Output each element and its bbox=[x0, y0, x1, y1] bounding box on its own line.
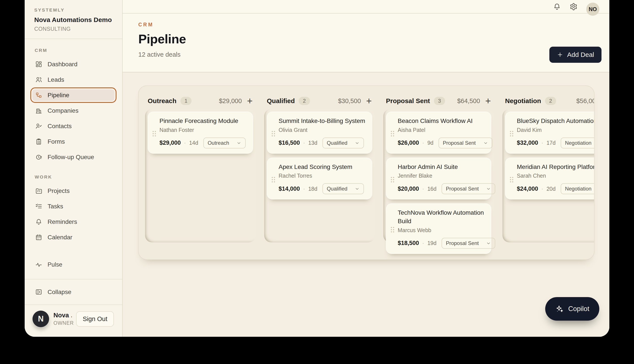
sidebar-item-label: Tasks bbox=[48, 203, 63, 210]
deal-age: 9d bbox=[427, 140, 434, 146]
deal-age: 19d bbox=[427, 240, 437, 246]
deal-card[interactable]: Harbor Admin AI Suite Jennifer Blake $20… bbox=[386, 158, 491, 200]
settings-gear-icon[interactable] bbox=[570, 2, 577, 10]
column-lane[interactable]: BlueSky Dispatch Automation David Kim $3… bbox=[502, 109, 594, 242]
chevron-down-icon bbox=[486, 186, 491, 191]
brand-eyebrow: SYSTEMLY bbox=[34, 8, 113, 13]
column-total: $29,000 bbox=[219, 98, 242, 104]
user-row: N Nova … OWNER Sign Out bbox=[25, 304, 122, 337]
sidebar-item-dashboard[interactable]: Dashboard bbox=[30, 56, 117, 72]
column-add-button[interactable]: + bbox=[366, 96, 372, 106]
drag-handle-icon[interactable] bbox=[509, 165, 514, 194]
column-add-button[interactable]: + bbox=[247, 96, 253, 106]
deal-age: 14d bbox=[189, 140, 198, 146]
drag-handle-icon[interactable] bbox=[271, 119, 275, 148]
stage-select-value: Proposal Sent bbox=[446, 240, 479, 246]
stage-select[interactable]: Qualified bbox=[323, 183, 364, 194]
drag-handle-icon[interactable] bbox=[390, 119, 395, 148]
sidebar-item-leads[interactable]: Leads bbox=[30, 72, 117, 88]
sidebar-item-calendar[interactable]: Calendar bbox=[30, 230, 117, 245]
deal-card[interactable]: Meridian AI Reporting Platform Sarah Che… bbox=[505, 158, 594, 200]
stage-select[interactable]: Negotiation bbox=[561, 183, 594, 194]
column-title: Outreach bbox=[148, 97, 176, 104]
sidebar-item-pipeline[interactable]: Pipeline bbox=[30, 88, 117, 103]
contacts-icon bbox=[35, 122, 42, 130]
drag-handle-icon[interactable] bbox=[152, 119, 156, 148]
sign-out-button[interactable]: Sign Out bbox=[76, 311, 114, 327]
sidebar-item-tasks[interactable]: Tasks bbox=[30, 198, 117, 214]
sidebar: SYSTEMLY Nova Automations Demo CONSULTIN… bbox=[25, 0, 123, 337]
sidebar-item-label: Pipeline bbox=[48, 92, 69, 99]
deal-amount: $32,000 bbox=[517, 140, 538, 146]
chevron-down-icon bbox=[355, 140, 360, 146]
add-deal-button[interactable]: Add Deal bbox=[549, 47, 601, 63]
stage-select[interactable]: Negotiation bbox=[561, 138, 594, 148]
collapse-section: Collapse bbox=[25, 279, 122, 304]
companies-icon bbox=[35, 107, 42, 114]
dot-separator: · bbox=[541, 186, 543, 192]
column-title: Qualified bbox=[267, 97, 295, 104]
deal-amount: $18,500 bbox=[398, 240, 419, 246]
deal-contact: Aisha Patel bbox=[398, 127, 486, 133]
deal-footer: $18,500 · 19d Proposal Sent bbox=[398, 238, 486, 249]
avatar[interactable]: N bbox=[33, 310, 49, 327]
sidebar-nav: CRM Dashboard Leads Pipeline Companies C… bbox=[25, 39, 122, 279]
active-deals-count: 12 active deals bbox=[138, 51, 186, 58]
page-title: Pipeline bbox=[138, 32, 186, 46]
sidebar-item-label: Calendar bbox=[48, 234, 73, 241]
copilot-label: Copilot bbox=[568, 305, 589, 313]
copilot-button[interactable]: Copilot bbox=[545, 297, 599, 321]
stage-select[interactable]: Outreach bbox=[203, 138, 246, 148]
column-lane[interactable]: Pinnacle Forecasting Module Nathan Foste… bbox=[145, 109, 256, 242]
deal-footer: $32,000 · 17d Negotiation bbox=[517, 138, 594, 148]
account-avatar[interactable]: NO bbox=[586, 2, 599, 16]
deal-age: 17d bbox=[546, 140, 556, 146]
column-header: Outreach 1 $29,000 + bbox=[145, 96, 256, 106]
checklist-icon bbox=[35, 203, 42, 210]
stage-select[interactable]: Proposal Sent bbox=[442, 183, 495, 194]
deal-title: Beacon Claims Workflow AI bbox=[398, 117, 486, 125]
dot-separator: · bbox=[422, 186, 424, 192]
sidebar-item-projects[interactable]: Projects bbox=[30, 183, 117, 198]
deal-card[interactable]: Beacon Claims Workflow AI Aisha Patel $2… bbox=[386, 112, 491, 154]
stage-select-value: Qualified bbox=[327, 186, 348, 192]
deal-footer: $16,500 · 13d Qualified bbox=[279, 138, 367, 148]
sidebar-item-companies[interactable]: Companies bbox=[30, 103, 117, 118]
sidebar-item-forms[interactable]: Forms bbox=[30, 134, 117, 149]
drag-handle-icon[interactable] bbox=[390, 165, 395, 194]
deal-card[interactable]: TechNova Workflow Automation Build Marcu… bbox=[386, 203, 491, 254]
workspace-name: Nova Automations Demo bbox=[34, 16, 113, 24]
column-negotiation: Negotiation 2 $56,000 + BlueSky Dispatch… bbox=[502, 96, 594, 260]
deal-card[interactable]: Summit Intake-to-Billing System Olivia G… bbox=[267, 112, 372, 154]
stage-select[interactable]: Proposal Sent bbox=[442, 238, 495, 249]
notifications-bell-icon[interactable] bbox=[553, 2, 561, 10]
column-add-button[interactable]: + bbox=[485, 96, 491, 106]
deal-title: Apex Lead Scoring System bbox=[279, 163, 367, 171]
sidebar-item-label: Pulse bbox=[48, 261, 62, 268]
drag-handle-icon[interactable] bbox=[509, 119, 514, 148]
page-header: CRM Pipeline 12 active deals Add Deal bbox=[123, 14, 609, 72]
main-area: NO CRM Pipeline 12 active deals Add Deal… bbox=[123, 0, 609, 337]
sidebar-item-label: Contacts bbox=[48, 123, 72, 130]
drag-handle-icon[interactable] bbox=[390, 211, 395, 248]
sidebar-item-reminders[interactable]: Reminders bbox=[30, 214, 117, 230]
chevron-down-icon bbox=[355, 186, 360, 191]
sidebar-item-pulse[interactable]: Pulse bbox=[30, 257, 117, 272]
drag-handle-icon[interactable] bbox=[271, 165, 275, 194]
column-lane[interactable]: Summit Intake-to-Billing System Olivia G… bbox=[264, 109, 375, 242]
column-total: $56,000 bbox=[576, 98, 594, 104]
collapse-sidebar-button[interactable]: Collapse bbox=[30, 284, 117, 300]
pipeline-board-region: Outreach 1 $29,000 + Pinnacle Forecastin… bbox=[123, 72, 609, 337]
dot-separator: · bbox=[422, 240, 424, 246]
deal-card[interactable]: Pinnacle Forecasting Module Nathan Foste… bbox=[148, 112, 253, 154]
deal-card[interactable]: BlueSky Dispatch Automation David Kim $3… bbox=[505, 112, 594, 154]
sidebar-item-followup-queue[interactable]: Follow-up Queue bbox=[30, 149, 117, 165]
deal-contact: Nathan Foster bbox=[159, 127, 247, 133]
deal-card-body: BlueSky Dispatch Automation David Kim $3… bbox=[517, 117, 594, 148]
stage-select[interactable]: Qualified bbox=[323, 138, 364, 148]
column-lane[interactable]: Beacon Claims Workflow AI Aisha Patel $2… bbox=[383, 109, 494, 242]
stage-select[interactable]: Proposal Sent bbox=[439, 138, 492, 148]
deal-card[interactable]: Apex Lead Scoring System Rachel Torres $… bbox=[267, 158, 372, 200]
sidebar-item-contacts[interactable]: Contacts bbox=[30, 118, 117, 134]
user-meta: Nova … OWNER bbox=[54, 312, 72, 326]
